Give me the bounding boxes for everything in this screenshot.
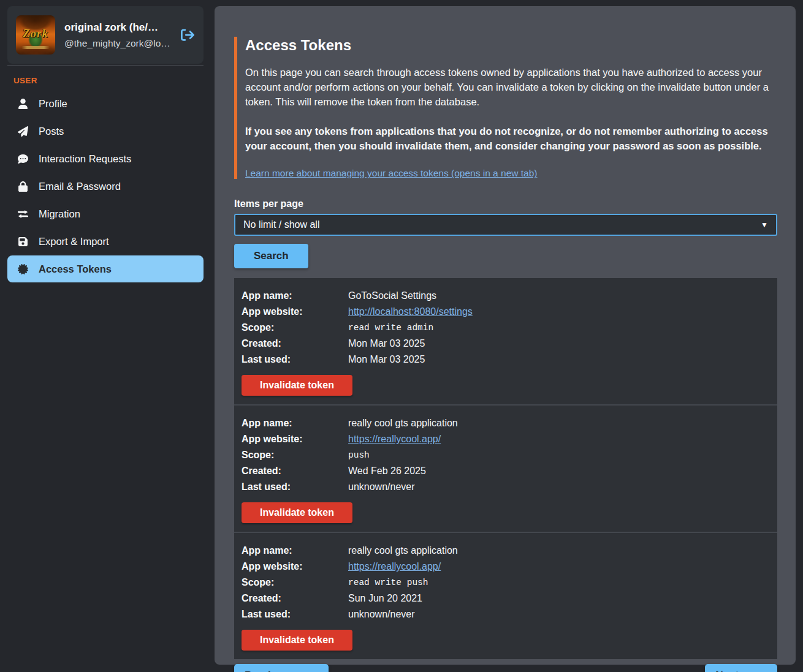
- app-website-link[interactable]: https://reallycool.app/: [348, 431, 441, 447]
- sidebar-item-label: Profile: [39, 98, 67, 110]
- intro-paragraph: On this page you can search through acce…: [245, 65, 777, 109]
- user-display-name: original zork (he/…: [64, 21, 171, 34]
- next-page-button[interactable]: Next page: [705, 664, 777, 672]
- app-name-label: App name:: [242, 288, 348, 304]
- user-icon: [17, 98, 29, 110]
- paper-plane-icon: [17, 126, 29, 137]
- app-website-label: App website:: [242, 431, 348, 447]
- sidebar-item-label: Posts: [39, 126, 64, 137]
- app-website-label: App website:: [242, 304, 348, 320]
- page-header: Access Tokens On this page you can searc…: [234, 37, 777, 179]
- main-panel: Access Tokens On this page you can searc…: [215, 6, 796, 665]
- scope-label: Scope:: [242, 575, 348, 591]
- sidebar-item-label: Email & Password: [39, 181, 121, 192]
- app-website-label: App website:: [242, 559, 348, 575]
- warning-paragraph: If you see any tokens from applications …: [245, 124, 777, 153]
- sidebar-item-posts[interactable]: Posts: [7, 118, 204, 145]
- last-used-value: Mon Mar 03 2025: [348, 352, 425, 368]
- previous-page-button[interactable]: Previous page: [234, 664, 329, 672]
- page-title: Access Tokens: [245, 37, 777, 54]
- created-label: Created:: [242, 463, 348, 479]
- sidebar-item-label: Export & Import: [39, 236, 109, 247]
- invalidate-token-button[interactable]: Invalidate token: [242, 502, 352, 523]
- sidebar-item-export-import[interactable]: Export & Import: [7, 228, 204, 255]
- app-name-label: App name:: [242, 543, 348, 559]
- last-used-label: Last used:: [242, 479, 348, 495]
- learn-more-link[interactable]: Learn more about managing your access to…: [245, 168, 537, 178]
- items-per-page-value: No limit / show all: [243, 219, 319, 230]
- floppy-disk-icon: [17, 236, 29, 247]
- invalidate-token-button[interactable]: Invalidate token: [242, 375, 352, 396]
- app-name-value: really cool gts application: [348, 543, 458, 559]
- scope-value: read write admin: [348, 320, 433, 336]
- sidebar-item-interaction-requests[interactable]: Interaction Requests: [7, 145, 204, 172]
- scope-value: push: [348, 447, 370, 463]
- created-label: Created:: [242, 336, 348, 352]
- search-form: Items per page No limit / show all ▼ Sea…: [234, 198, 777, 268]
- sidebar-nav: Profile Posts Interaction Requests Email…: [7, 90, 204, 282]
- last-used-label: Last used:: [242, 606, 348, 622]
- sidebar-item-label: Migration: [39, 208, 80, 220]
- token-entry: App name:really cool gts application App…: [234, 532, 777, 659]
- token-list: App name:GoToSocial Settings App website…: [234, 278, 777, 659]
- sidebar: Zork original zork (he/… @the_mighty_zor…: [7, 6, 204, 665]
- comment-dots-icon: [17, 153, 29, 165]
- sidebar-item-label: Access Tokens: [39, 263, 112, 275]
- pagination: Previous page Next page: [234, 664, 777, 672]
- app-name-value: really cool gts application: [348, 415, 458, 431]
- created-value: Wed Feb 26 2025: [348, 463, 426, 479]
- scope-label: Scope:: [242, 320, 348, 336]
- token-entry: App name:GoToSocial Settings App website…: [234, 278, 777, 404]
- invalidate-token-button[interactable]: Invalidate token: [242, 630, 352, 651]
- sign-out-icon[interactable]: [180, 28, 195, 42]
- sidebar-divider: [7, 66, 204, 66]
- created-value: Mon Mar 03 2025: [348, 336, 425, 352]
- sidebar-item-email-password[interactable]: Email & Password: [7, 173, 204, 200]
- certificate-icon: [17, 263, 29, 275]
- app-name-value: GoToSocial Settings: [348, 288, 436, 304]
- items-per-page-label: Items per page: [234, 198, 777, 210]
- arrows-swap-icon: [17, 208, 29, 220]
- token-entry: App name:really cool gts application App…: [234, 404, 777, 532]
- sidebar-section-label: USER: [13, 76, 204, 85]
- sidebar-item-migration[interactable]: Migration: [7, 200, 204, 227]
- sidebar-item-profile[interactable]: Profile: [7, 90, 204, 117]
- search-button[interactable]: Search: [234, 244, 308, 268]
- sidebar-item-label: Interaction Requests: [39, 153, 131, 165]
- last-used-label: Last used:: [242, 352, 348, 368]
- app-name-label: App name:: [242, 415, 348, 431]
- app-website-link[interactable]: http://localhost:8080/settings: [348, 304, 473, 320]
- items-per-page-select[interactable]: No limit / show all ▼: [234, 214, 777, 236]
- created-label: Created:: [242, 591, 348, 606]
- user-card[interactable]: Zork original zork (he/… @the_mighty_zor…: [7, 6, 204, 64]
- avatar-decoration: [21, 46, 50, 49]
- lock-icon: [17, 181, 29, 192]
- last-used-value: unknown/never: [348, 479, 415, 495]
- chevron-down-icon: ▼: [761, 221, 768, 229]
- sidebar-item-access-tokens[interactable]: Access Tokens: [7, 255, 204, 282]
- scope-label: Scope:: [242, 447, 348, 463]
- last-used-value: unknown/never: [348, 606, 415, 622]
- user-meta: original zork (he/… @the_mighty_zork@lo…: [64, 21, 171, 49]
- user-handle: @the_mighty_zork@lo…: [64, 38, 171, 49]
- app-website-link[interactable]: https://reallycool.app/: [348, 559, 441, 575]
- scope-value: read write push: [348, 575, 428, 591]
- created-value: Sun Jun 20 2021: [348, 591, 422, 606]
- app-layout: Zork original zork (he/… @the_mighty_zor…: [0, 0, 803, 672]
- avatar-zork-text: Zork: [16, 27, 55, 40]
- avatar: Zork: [16, 15, 55, 55]
